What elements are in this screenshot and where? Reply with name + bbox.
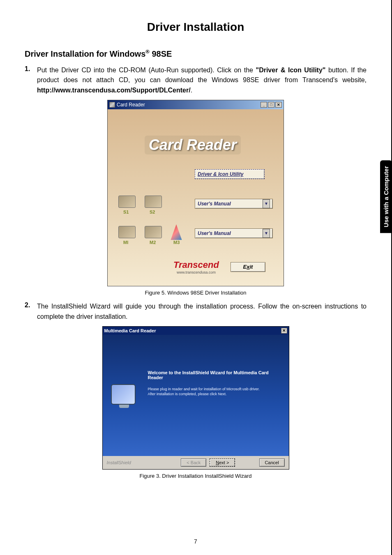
slot-m2-icon <box>145 226 162 238</box>
exit-prefix: E <box>243 264 247 270</box>
slot-m3-label: M3 <box>173 240 180 245</box>
page-title: Driver Installation <box>25 21 367 34</box>
slot-s1-label: S1 <box>123 210 129 214</box>
figure-2-caption: Figure 3. Driver Installation InstallShi… <box>25 473 367 479</box>
cancel-button[interactable]: Cancel <box>259 458 285 467</box>
is-close-button[interactable]: ✕ <box>281 328 287 334</box>
maximize-button[interactable]: □ <box>268 102 274 108</box>
manual-2-label: User's Manual <box>198 230 231 236</box>
dropdown-arrow-icon[interactable]: ▼ <box>263 229 270 238</box>
driver-icon-utility-button[interactable]: Driver & Icon Utility <box>195 169 265 179</box>
manual-dropdown-2[interactable]: User's Manual ▼ <box>195 228 273 238</box>
step-2-text: The InstallShield Wizard will guide you … <box>37 302 367 322</box>
step-1-c: . <box>191 87 192 94</box>
step-1-url: http://www.transcendusa.com/Support/DLCe… <box>37 87 191 94</box>
is-window-title: Multimedia Card Reader <box>104 328 281 333</box>
next-underline: N <box>216 460 219 465</box>
minimize-button[interactable]: _ <box>261 102 267 108</box>
registered-symbol: ® <box>145 48 150 55</box>
next-button[interactable]: Next > <box>210 458 235 467</box>
subtitle-suffix: 98SE <box>152 49 172 58</box>
is-msg-1: Please plug in reader and wait for insta… <box>148 387 281 391</box>
figure-1-caption: Figure 5. Windows 98SE Driver Installati… <box>25 290 367 296</box>
back-button: < Back <box>181 458 206 467</box>
window-title: Card Reader <box>117 102 261 108</box>
is-headline: Welcome to the InstallShield Wizard for … <box>148 370 281 380</box>
slot-s1-icon <box>118 196 136 208</box>
card-reader-window: Card Reader _ □ ✕ Card Reader Driver & I… <box>107 100 284 286</box>
slot-m1-icon <box>118 226 136 238</box>
is-titlebar: Multimedia Card Reader ✕ <box>103 327 289 335</box>
is-footer: InstallShield < Back Next > Cancel <box>103 456 289 469</box>
subtitle-prefix: Driver Installation for Windows <box>25 49 145 58</box>
manual-1-label: User's Manual <box>198 201 231 207</box>
slot-s2-icon <box>145 196 162 208</box>
titlebar: Card Reader _ □ ✕ <box>108 100 284 109</box>
brand-name: Transcend <box>173 260 219 270</box>
close-button[interactable]: ✕ <box>275 102 282 108</box>
slot-m1-label: MI <box>123 240 128 245</box>
slot-m3-icon <box>169 224 183 240</box>
card-reader-banner: Card Reader <box>145 136 241 154</box>
step-1-bold: "Driver & Icon Utility" <box>256 67 326 74</box>
step-2-number: 2. <box>25 302 37 309</box>
transcend-brand: Transcend www.transcendusa.com <box>173 260 219 274</box>
step-1-number: 1. <box>25 65 37 73</box>
is-body: Welcome to the InstallShield Wizard for … <box>103 335 289 456</box>
is-footer-brand: InstallShield <box>107 460 131 465</box>
dropdown-arrow-icon[interactable]: ▼ <box>263 199 270 208</box>
monitor-icon <box>111 384 136 405</box>
installshield-window: Multimedia Card Reader ✕ Welcome to the … <box>102 326 289 470</box>
slot-m2-label: M2 <box>150 240 156 245</box>
side-tab: Use with a Computer <box>380 160 392 233</box>
next-rest: ext > <box>219 460 229 465</box>
page-number: 7 <box>0 538 391 545</box>
step-1-a: Put the Driver CD into the CD-ROM (Auto-… <box>37 67 256 74</box>
is-msg-2: After installation is completed, please … <box>148 391 281 396</box>
brand-url: www.transcendusa.com <box>173 270 219 274</box>
step-1-text: Put the Driver CD into the CD-ROM (Auto-… <box>37 65 367 96</box>
card-reader-body: Card Reader Driver & Icon Utility User's… <box>108 109 284 286</box>
manual-dropdown-1[interactable]: User's Manual ▼ <box>195 199 273 209</box>
app-icon <box>109 102 115 108</box>
section-subtitle: Driver Installation for Windows® 98SE <box>25 48 367 59</box>
exit-button[interactable]: Exit <box>231 262 265 272</box>
slot-s2-label: S2 <box>150 210 155 214</box>
exit-suffix: it <box>249 264 253 270</box>
